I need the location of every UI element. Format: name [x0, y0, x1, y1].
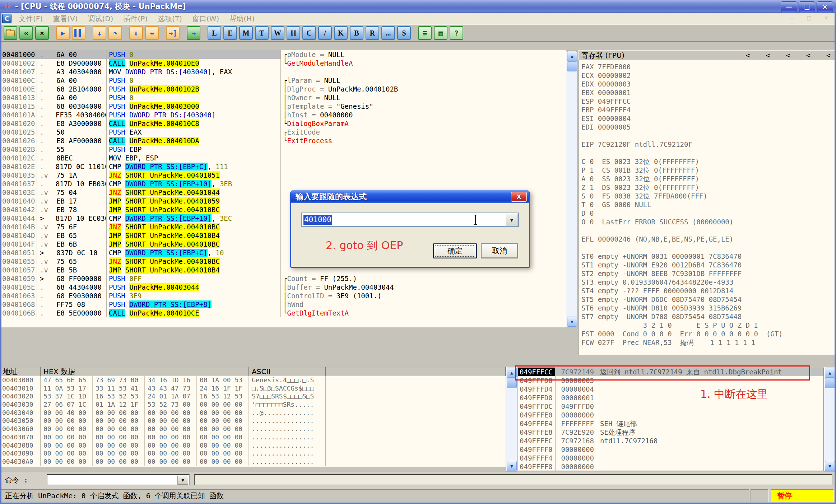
animate-into-button[interactable]: ⇓ — [129, 26, 143, 40]
scroll-down-arrow-icon[interactable]: ▼ — [825, 461, 835, 471]
disasm-row[interactable]: 00401063.68 E9030000PUSH 3E9│ControlID =… — [0, 291, 566, 300]
chevron-left-icon[interactable]: < — [786, 51, 790, 60]
mdi-restore-button[interactable]: □ — [803, 14, 815, 22]
maximize-button[interactable]: □ — [799, 1, 815, 12]
windows-panel-button[interactable]: W — [271, 26, 284, 40]
dump-row[interactable]: 0040302053 37 1C 1D16 53 52 5324 01 1A 0… — [0, 392, 506, 401]
disasm-row[interactable]: 00401015.68 00304000PUSH UnPackMe.004030… — [0, 102, 566, 111]
chevron-left-icon[interactable]: < — [806, 51, 811, 60]
scroll-down-arrow-icon[interactable]: ▼ — [507, 461, 517, 471]
disasm-row[interactable]: 0040102C.8BECMOV EBP, ESP — [0, 154, 566, 162]
stack-row[interactable]: 049FFFF400000000 — [518, 454, 823, 462]
stack-row[interactable]: 049FFFD800000001 — [518, 393, 823, 402]
close-button[interactable]: × — [817, 1, 833, 12]
threads-panel-button[interactable]: T — [255, 26, 269, 40]
scroll-up-arrow-icon[interactable]: ▲ — [567, 51, 577, 61]
menu-item-plugins[interactable]: 插件(P) — [120, 14, 154, 24]
execute-till-return-button[interactable]: →] — [166, 26, 180, 40]
patches-panel-button[interactable]: / — [318, 26, 332, 40]
stack-row[interactable]: 049FFFE4FFFFFFFFSEH 链尾部 — [518, 419, 823, 428]
dump-row[interactable]: 0040305000 00 00 0000 00 00 0000 00 00 0… — [0, 417, 506, 425]
minimize-button[interactable]: — — [781, 1, 797, 12]
scroll-down-arrow-icon[interactable]: ▼ — [567, 317, 577, 327]
windows-list-button[interactable]: ▦ — [434, 26, 447, 40]
menu-item-debug[interactable]: 调试(D) — [84, 14, 120, 24]
menu-item-view[interactable]: 查看(V) — [49, 14, 84, 24]
executables-panel-button[interactable]: E — [223, 26, 237, 40]
disasm-row[interactable]: 00401026.E8 AF000000CALL UnPackMe.004010… — [0, 136, 566, 145]
chevron-left-icon[interactable]: < — [766, 51, 770, 60]
dump-row[interactable]: 0040301011 0A 53 1733 11 53 4143 43 47 7… — [0, 384, 506, 393]
scroll-up-arrow-icon[interactable]: ▲ — [507, 368, 517, 378]
dump-row[interactable]: 0040307000 00 00 0000 00 00 0000 00 00 0… — [0, 433, 506, 442]
disasm-row[interactable]: 00401000.6A 00PUSH 0┌pModule = NULL — [0, 50, 566, 59]
disasm-row[interactable]: 00401037.817D 10 EB030CMP DWORD PTR SS:[… — [0, 179, 566, 188]
disasm-row[interactable]: 00401020.E8 A3000000CALL UnPackMe.004010… — [0, 119, 566, 128]
scrollbar-thumb[interactable] — [567, 61, 577, 71]
expression-input[interactable]: 401000 ▼ — [301, 213, 519, 227]
disasm-row[interactable]: 0040100E.68 2B104000PUSH UnPackMe.004010… — [0, 85, 566, 93]
dump-row[interactable]: 0040303027 06 07 1C01 1A 12 1F53 52 73 0… — [0, 401, 506, 409]
chevron-left-icon[interactable]: < — [826, 51, 831, 60]
references-panel-button[interactable]: R — [366, 26, 379, 40]
handles-panel-button[interactable]: H — [287, 26, 300, 40]
dump-row[interactable]: 0040300047 65 6E 6573 69 73 0034 16 1D 1… — [0, 376, 506, 384]
disasm-scrollbar[interactable]: ▲ ▼ — [566, 50, 577, 327]
combo-dropdown-icon[interactable]: ▼ — [177, 476, 188, 485]
menu-item-help[interactable]: 帮助(H) — [226, 14, 261, 24]
cpu-window-icon[interactable]: C — [2, 14, 11, 23]
scrollbar-thumb[interactable] — [825, 378, 835, 388]
cancel-button[interactable]: 取消 — [481, 243, 518, 258]
stack-row[interactable]: 049FFFF000000000 — [518, 445, 823, 454]
scrollbar-thumb[interactable] — [507, 378, 517, 388]
dump-col-address[interactable]: 地址 — [0, 367, 41, 376]
step-over-button[interactable]: ↷ — [108, 26, 122, 40]
menu-item-options[interactable]: 选项(T) — [154, 14, 189, 24]
log-window-button[interactable]: ≡ — [418, 26, 432, 40]
dump-row[interactable]: 0040308000 00 00 0000 00 00 0000 00 00 0… — [0, 442, 506, 450]
animate-over-button[interactable]: ↠ — [145, 26, 159, 40]
dump-row[interactable]: 0040309000 00 00 0000 00 00 0000 00 00 0… — [0, 449, 506, 458]
breakpoints-panel-button[interactable]: B — [350, 26, 363, 40]
stack-row[interactable]: 049FFFE000000000 — [518, 411, 823, 419]
disasm-row[interactable]: 0040100C.6A 00PUSH 0┌lParam = NULL — [0, 76, 566, 85]
registers-collapse-chevrons[interactable]: <<<<< — [746, 51, 836, 60]
chevron-left-icon[interactable]: < — [746, 51, 750, 60]
restart-button[interactable]: « — [19, 26, 33, 40]
disasm-row[interactable]: 0040105E.68 44304000PUSH UnPackMe.004030… — [0, 283, 566, 291]
stack-row[interactable]: 049FFFD000000005 — [518, 376, 823, 385]
close-program-button[interactable]: × — [35, 26, 49, 40]
dump-scrollbar[interactable]: ▲ ▼ — [506, 367, 517, 472]
pause-button[interactable]: ▌▌ — [72, 26, 85, 40]
disasm-row[interactable]: 00401068.FF75 08PUSH DWORD PTR SS:[EBP+8… — [0, 300, 566, 309]
go-to-address-button[interactable]: → — [187, 26, 200, 40]
scroll-up-arrow-icon[interactable]: ▲ — [825, 368, 835, 378]
stack-row[interactable]: 049FFFF800000000 — [518, 462, 823, 471]
disasm-row[interactable]: 00401013.6A 00PUSH 0│hOwner = NULL — [0, 93, 566, 102]
disasm-row[interactable]: 00401007.A3 40304000MOV DWORD PTR DS:[40… — [0, 67, 566, 76]
run-button[interactable]: ▶ — [56, 26, 70, 40]
stack-row[interactable]: 049FFFEC7C972168ntdll.7C972168 — [518, 437, 823, 445]
stack-scrollbar[interactable]: ▲ ▼ — [824, 367, 835, 472]
disasm-row[interactable]: 0040101A.FF35 40304000PUSH DWORD PTR DS:… — [0, 111, 566, 119]
mdi-close-button[interactable]: × — [820, 14, 832, 22]
disasm-row[interactable]: 0040106B.E8 5E000000CALL UnPackMe.004010… — [0, 309, 566, 317]
combo-dropdown-icon[interactable]: ▼ — [506, 214, 517, 226]
log-panel-button[interactable]: L — [208, 26, 221, 40]
cpu-panel-button[interactable]: C — [302, 26, 316, 40]
runtrace-panel-button[interactable]: ... — [381, 26, 395, 40]
dump-row[interactable]: 004030A000 00 00 0000 00 00 0000 00 00 0… — [0, 458, 506, 466]
mdi-minimize-button[interactable]: — — [786, 14, 798, 22]
dump-col-ascii[interactable]: ASCII — [249, 367, 326, 376]
source-panel-button[interactable]: S — [397, 26, 411, 40]
menu-item-window[interactable]: 窗口(W) — [189, 14, 226, 24]
stack-row[interactable]: 049FFFCC7C972149返回到 ntdll.7C972149 来自 nt… — [518, 368, 823, 376]
stack-row[interactable]: 049FFFE87C92E920SE处理程序 — [518, 428, 823, 437]
disasm-row[interactable]: 00401025.50PUSH EAX┌ExitCode — [0, 128, 566, 136]
disasm-row[interactable]: 00401059>68 FF000000PUSH 0FF┌Count = FF … — [0, 274, 566, 283]
stack-row[interactable]: 049FFFD400000004 — [518, 385, 823, 393]
disasm-row[interactable]: 00401002.E8 D9000000CALL UnPackMe.004010… — [0, 59, 566, 67]
disasm-row[interactable]: 00401035.v75 1AJNZ SHORT UnPackMe.004010… — [0, 171, 566, 179]
dump-row[interactable]: 0040306000 00 00 0000 00 00 0000 00 00 0… — [0, 425, 506, 433]
callstack-panel-button[interactable]: K — [334, 26, 348, 40]
